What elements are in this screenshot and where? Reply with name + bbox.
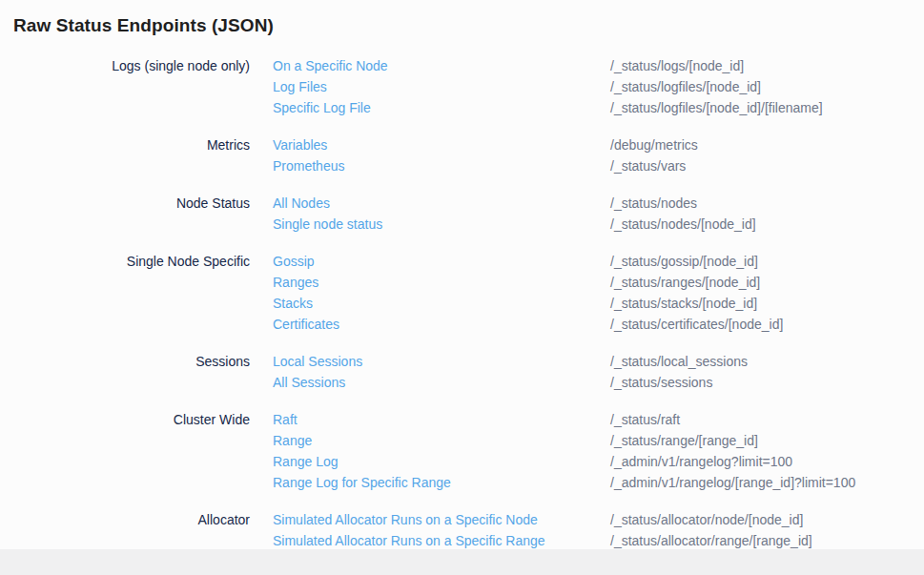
endpoint-path: /_status/ranges/[node_id] [610,272,760,293]
endpoint-link[interactable]: All Sessions [273,372,610,393]
endpoint-row: Local Sessions /_status/local_sessions [273,351,911,372]
endpoint-link[interactable]: Simulated Allocator Runs on a Specific N… [273,509,610,530]
endpoint-row: Raft /_status/raft [273,409,911,430]
endpoint-path: /_status/sessions [610,372,712,393]
category-label: Cluster Wide [13,409,250,493]
endpoint-path: /_status/logfiles/[node_id] [610,76,761,97]
endpoint-link[interactable]: Log Files [273,76,610,97]
endpoint-link[interactable]: Stacks [273,293,610,314]
endpoint-path: /_admin/v1/rangelog/[range_id]?limit=100 [610,472,855,493]
endpoint-row: All Nodes /_status/nodes [273,193,911,214]
endpoints-table: Logs (single node only) On a Specific No… [13,55,911,549]
endpoint-group-allocator: Allocator Simulated Allocator Runs on a … [13,509,911,549]
endpoint-path: /_status/certificates/[node_id] [610,314,783,335]
endpoint-group-cluster-wide: Cluster Wide Raft /_status/raft Range /_… [13,409,911,493]
endpoint-row: Range /_status/range/[range_id] [273,430,911,451]
endpoint-row: Gossip /_status/gossip/[node_id] [273,251,911,272]
endpoint-row: Single node status /_status/nodes/[node_… [273,214,911,235]
endpoint-link[interactable]: Specific Log File [273,97,610,118]
endpoint-row: Specific Log File /_status/logfiles/[nod… [273,97,911,118]
category-label: Sessions [13,351,250,393]
endpoint-path: /_status/logs/[node_id] [610,55,744,76]
endpoint-path: /_status/raft [610,409,680,430]
endpoint-group-metrics: Metrics Variables /debug/metrics Prometh… [13,134,911,176]
endpoint-row: Prometheus /_status/vars [273,155,911,176]
endpoint-path: /_status/range/[range_id] [610,430,758,451]
endpoint-row: Log Files /_status/logfiles/[node_id] [273,76,911,97]
endpoint-row: Simulated Allocator Runs on a Specific R… [273,530,911,549]
category-label: Single Node Specific [13,251,250,335]
endpoint-path: /_status/nodes [610,193,697,214]
endpoint-path: /_admin/v1/rangelog?limit=100 [610,451,792,472]
endpoint-link[interactable]: Single node status [273,214,610,235]
endpoint-row: Certificates /_status/certificates/[node… [273,314,911,335]
endpoint-path: /_status/nodes/[node_id] [610,214,756,235]
category-label: Metrics [13,134,250,176]
endpoint-link[interactable]: Variables [273,134,610,155]
endpoint-row: Variables /debug/metrics [273,134,911,155]
endpoint-link[interactable]: Range [273,430,610,451]
endpoint-link[interactable]: Certificates [273,314,610,335]
endpoint-group-single-node-specific: Single Node Specific Gossip /_status/gos… [13,251,911,335]
endpoint-path: /_status/local_sessions [610,351,748,372]
endpoint-row: On a Specific Node /_status/logs/[node_i… [273,55,911,76]
endpoint-link[interactable]: All Nodes [273,193,610,214]
endpoint-path: /_status/vars [610,155,686,176]
endpoint-row: Range Log for Specific Range /_admin/v1/… [273,472,911,493]
category-label: Logs (single node only) [13,55,250,118]
endpoint-path: /_status/gossip/[node_id] [610,251,758,272]
endpoint-group-node-status: Node Status All Nodes /_status/nodes Sin… [13,193,911,235]
endpoint-path: /_status/stacks/[node_id] [610,293,757,314]
endpoint-row: Simulated Allocator Runs on a Specific N… [273,509,911,530]
endpoint-link[interactable]: Local Sessions [273,351,610,372]
endpoint-link[interactable]: Range Log [273,451,610,472]
endpoint-link[interactable]: Ranges [273,272,610,293]
category-label: Allocator [13,509,250,549]
page-title: Raw Status Endpoints (JSON) [13,14,911,36]
raw-status-endpoints-page: Raw Status Endpoints (JSON) Logs (single… [0,0,924,549]
endpoint-link[interactable]: On a Specific Node [273,55,610,76]
endpoint-path: /_status/logfiles/[node_id]/[filename] [610,97,823,118]
endpoint-path: /_status/allocator/range/[range_id] [610,530,812,549]
endpoint-link[interactable]: Prometheus [273,155,610,176]
category-label: Node Status [13,193,250,235]
endpoint-row: Stacks /_status/stacks/[node_id] [273,293,911,314]
endpoint-link[interactable]: Raft [273,409,610,430]
endpoint-group-logs: Logs (single node only) On a Specific No… [13,55,911,118]
endpoint-link[interactable]: Range Log for Specific Range [273,472,610,493]
endpoint-row: Range Log /_admin/v1/rangelog?limit=100 [273,451,911,472]
endpoint-link[interactable]: Gossip [273,251,610,272]
endpoint-path: /_status/allocator/node/[node_id] [610,509,803,530]
endpoint-row: Ranges /_status/ranges/[node_id] [273,272,911,293]
endpoint-row: All Sessions /_status/sessions [273,372,911,393]
endpoint-link[interactable]: Simulated Allocator Runs on a Specific R… [273,530,610,549]
endpoint-path: /debug/metrics [610,134,698,155]
endpoint-group-sessions: Sessions Local Sessions /_status/local_s… [13,351,911,393]
